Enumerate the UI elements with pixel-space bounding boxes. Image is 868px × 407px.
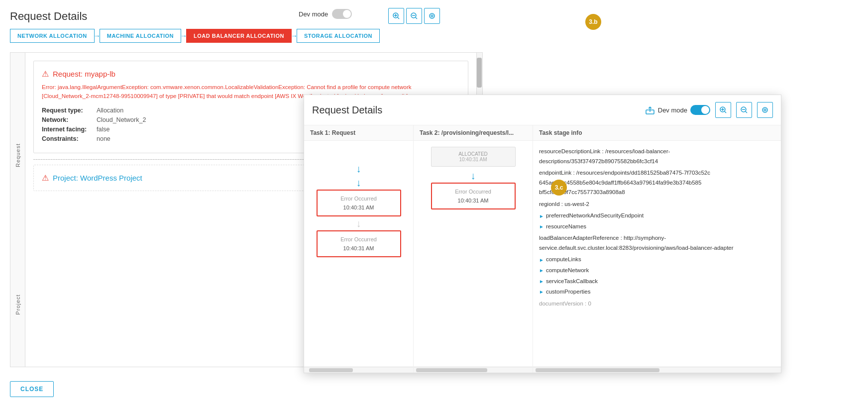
breadcrumb-arrow-3: →: [291, 32, 298, 40]
stage-resource-names-label: resourceNames: [546, 222, 586, 232]
task2-error-time: 10:40:31 AM: [437, 198, 510, 204]
overlay-toggle-knob: [701, 106, 709, 114]
chevron-resource-names: ►: [539, 222, 544, 231]
task1-error-time-2: 10:40:31 AM: [323, 245, 395, 251]
overlay-zoom-in-button[interactable]: [715, 102, 731, 118]
stage-custom-props-label: customProperties: [546, 287, 590, 297]
breadcrumb-arrow-1: →: [94, 32, 101, 40]
breadcrumb: NETWORK ALLOCATION → MACHINE ALLOCATION …: [10, 29, 380, 43]
prev-box-text: ALLOCATED: [435, 151, 511, 157]
dev-mode-label: Dev mode: [299, 10, 328, 18]
overlay-zoom-out-icon: [741, 106, 748, 113]
overlay-dev-mode-toggle[interactable]: [690, 105, 710, 115]
stage-custom-props[interactable]: ► customProperties: [539, 287, 775, 297]
task1-error-box-1[interactable]: Error Occurred 10:40:31 AM: [317, 190, 401, 216]
badge-3b: 3.b: [585, 14, 601, 30]
task-stage-column: Task stage info resourceDescriptionLink …: [533, 125, 781, 373]
overlay-zoom-reset-icon: [761, 106, 768, 113]
overlay-zoom-in-icon: [720, 106, 727, 113]
toggle-knob: [343, 10, 351, 18]
overlay-body: Task 1: Request ↓ ↓ Error Occurred 10:40…: [304, 125, 781, 373]
task2-scroll-h: [414, 367, 533, 373]
badge-3c: 3.c: [551, 180, 567, 196]
task2-error-title: Error Occurred: [437, 189, 510, 195]
zoom-controls: [388, 8, 440, 24]
stage-endpoint-link: endpointLink : /resources/endpoints/dd18…: [539, 168, 775, 198]
task2-header: Task 2: /provisioning/requests/l...: [414, 125, 533, 141]
stage-preferred-network[interactable]: ► preferredNetworkAndSecurityEndpoint: [539, 211, 775, 221]
outer-container: Request Details NETWORK ALLOCATION → MAC…: [0, 0, 868, 407]
project-error-icon: ⚠: [42, 173, 49, 183]
task1-error-title-2: Error Occurred: [323, 236, 395, 242]
stage-resource-names[interactable]: ► resourceNames: [539, 222, 775, 232]
field-label-constraints: Constraints:: [42, 135, 97, 142]
cloud-upload-icon[interactable]: [645, 105, 655, 115]
zoom-reset-button[interactable]: [424, 8, 440, 24]
task1-arrow-down2: ↓: [356, 178, 361, 188]
overlay-zoom-reset-button[interactable]: [757, 102, 773, 118]
stage-preferred-label: preferredNetworkAndSecurityEndpoint: [546, 211, 644, 221]
breadcrumb-storage-allocation[interactable]: STORAGE ALLOCATION: [297, 29, 380, 43]
task1-error-box-2[interactable]: Error Occurred 10:40:31 AM: [317, 230, 401, 257]
breadcrumb-load-balancer-allocation[interactable]: LOAD BALANCER ALLOCATION: [186, 29, 292, 43]
chevron-custom-props: ►: [539, 288, 544, 296]
stage-service-task[interactable]: ► serviceTaskCallback: [539, 277, 775, 287]
task2-content: ALLOCATED 10:40:31 AM ↓ Error Occurred 1…: [414, 141, 533, 367]
stage-scroll-thumb: [536, 368, 659, 372]
field-value-internet-facing: false: [97, 126, 109, 133]
overlay-panel: 3.c Request Details Dev mode: [304, 95, 781, 373]
field-value-request-type: Allocation: [97, 107, 123, 114]
zoom-reset-icon: [429, 12, 435, 19]
left-sidebar-labels: Request Project: [10, 53, 25, 367]
svg-point-8: [431, 15, 433, 17]
dev-mode-area: 3.b Dev mode: [299, 9, 352, 19]
task-stage-header: Task stage info: [533, 125, 781, 141]
task2-error-box[interactable]: Error Occurred 10:40:31 AM: [431, 183, 516, 209]
zoom-in-button[interactable]: [388, 8, 404, 24]
scroll-thumb: [477, 58, 482, 88]
task1-error-title-1: Error Occurred: [323, 196, 395, 202]
svg-point-7: [430, 13, 434, 18]
chevron-compute-network: ►: [539, 266, 544, 275]
svg-line-17: [746, 111, 747, 113]
error-icon: ⚠: [42, 69, 49, 79]
prev-box-time: 10:40:31 AM: [435, 157, 511, 162]
stage-service-task-label: serviceTaskCallback: [546, 277, 598, 287]
breadcrumb-machine-allocation[interactable]: MACHINE ALLOCATION: [100, 29, 181, 43]
field-label-network: Network:: [42, 116, 97, 123]
task-stage-content: resourceDescriptionLink : /resources/loa…: [533, 141, 781, 367]
overlay-dev-mode-label: Dev mode: [658, 106, 687, 114]
overlay-zoom-out-button[interactable]: [736, 102, 752, 118]
svg-point-19: [764, 109, 766, 111]
zoom-out-icon: [411, 12, 418, 19]
prev-box: ALLOCATED 10:40:31 AM: [431, 147, 516, 167]
close-button[interactable]: CLOSE: [10, 381, 54, 397]
field-value-constraints: none: [97, 135, 110, 142]
stage-compute-links-label: computeLinks: [546, 255, 581, 265]
zoom-out-button[interactable]: [406, 8, 422, 24]
chevron-compute-links: ►: [539, 256, 544, 264]
stage-compute-network[interactable]: ► computeNetwork: [539, 266, 775, 276]
svg-line-6: [416, 17, 417, 19]
field-label-request-type: Request type:: [42, 107, 97, 114]
zoom-in-icon: [393, 12, 400, 19]
task2-column: Task 2: /provisioning/requests/l... ALLO…: [414, 125, 533, 373]
stage-scroll-h: [533, 367, 781, 373]
overlay-dev-mode: Dev mode: [645, 105, 710, 115]
svg-point-18: [762, 107, 767, 112]
chevron-preferred: ►: [539, 212, 544, 220]
stage-compute-network-label: computeNetwork: [546, 266, 589, 276]
breadcrumb-network-allocation[interactable]: NETWORK ALLOCATION: [10, 29, 95, 43]
dev-mode-toggle[interactable]: [332, 9, 352, 19]
svg-line-3: [398, 17, 399, 19]
task2-scroll-thumb: [416, 368, 487, 372]
stage-resource-desc-link: resourceDescriptionLink : /resources/loa…: [539, 147, 775, 166]
stage-compute-links[interactable]: ► computeLinks: [539, 255, 775, 265]
breadcrumb-arrow-2: →: [180, 32, 187, 40]
task1-content: ↓ ↓ Error Occurred 10:40:31 AM ↓ Error O…: [304, 141, 413, 367]
request-title: ⚠ Request: myapp-lb: [42, 69, 460, 79]
task1-arrow-down: ↓: [356, 164, 361, 174]
task1-scroll-h: [304, 367, 413, 373]
stage-doc-version: documentVersion : 0: [539, 299, 775, 309]
task1-arrow-gray: ↓: [356, 218, 361, 228]
